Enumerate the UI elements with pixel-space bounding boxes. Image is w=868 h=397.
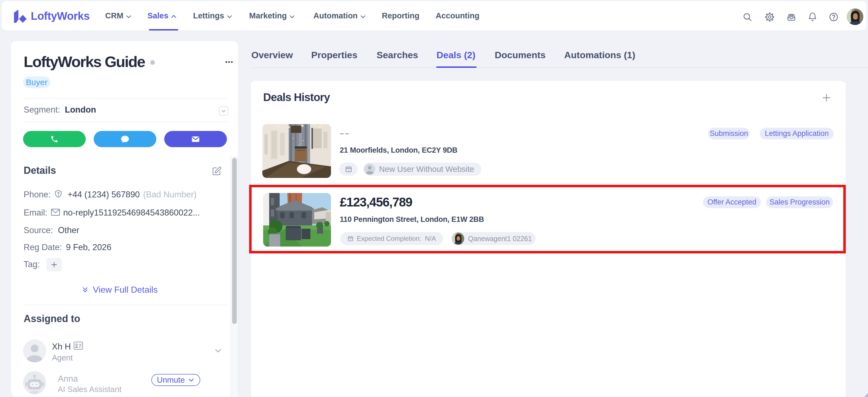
svg-text:1: 1: [348, 169, 349, 172]
